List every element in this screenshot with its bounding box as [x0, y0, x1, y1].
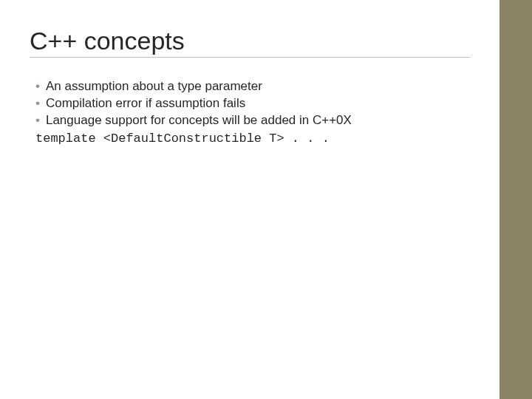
- bullet-dot-icon: •: [35, 95, 40, 112]
- bullet-item: • Language support for concepts will be …: [35, 112, 470, 129]
- bullet-dot-icon: •: [35, 78, 40, 95]
- slide-title: C++ concepts: [30, 27, 470, 55]
- bullet-item: • An assumption about a type parameter: [35, 78, 470, 95]
- accent-sidebar: [499, 0, 532, 399]
- bullet-text: Compilation error if assumption fails: [46, 95, 470, 112]
- slide-body: C++ concepts • An assumption about a typ…: [0, 0, 499, 399]
- bullet-dot-icon: •: [35, 112, 40, 129]
- bullet-item: • Compilation error if assumption fails: [35, 95, 470, 112]
- title-underline: [30, 57, 470, 58]
- code-line: template <DefaultConstructible T> . . .: [35, 131, 470, 148]
- bullet-text: Language support for concepts will be ad…: [46, 112, 470, 129]
- bullet-text: An assumption about a type parameter: [46, 78, 470, 95]
- slide-content: • An assumption about a type parameter •…: [30, 78, 470, 148]
